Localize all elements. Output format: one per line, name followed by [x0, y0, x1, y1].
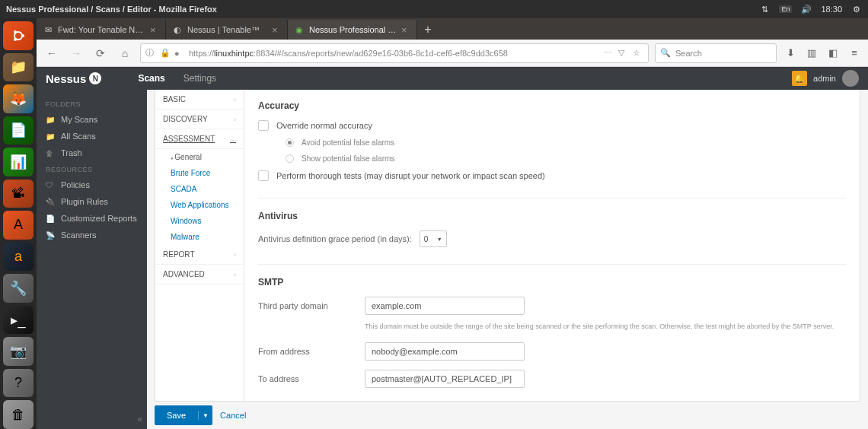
home-button[interactable]: ⌂ — [116, 44, 134, 62]
folder-icon: 📁 — [46, 132, 55, 141]
nessus-sidebar: FOLDERS 📁My Scans 📁All Scans 🗑Trash RESO… — [37, 90, 147, 429]
sidebar-all-scans[interactable]: 📁All Scans — [37, 128, 147, 145]
cancel-button[interactable]: Cancel — [220, 411, 246, 420]
close-icon[interactable]: × — [150, 24, 161, 36]
nav-basic[interactable]: BASIC› — [155, 90, 244, 110]
window-title: Nessus Professional / Scans / Editor - M… — [6, 5, 759, 14]
radio-show[interactable] — [286, 154, 294, 163]
radar-icon: 📡 — [46, 231, 55, 240]
tab-2[interactable]: ◐ Nessus | Tenable™ × — [166, 20, 288, 40]
row-override: Override normal accuracy — [258, 120, 846, 131]
nav-web-apps[interactable]: Web Applications — [155, 197, 244, 213]
new-tab-button[interactable]: + — [417, 20, 439, 40]
nav-scans[interactable]: Scans — [138, 73, 164, 84]
nav-settings[interactable]: Settings — [183, 73, 216, 84]
reader-icon[interactable]: ⋯ — [604, 48, 614, 58]
trash-icon[interactable]: 🗑 — [3, 400, 34, 429]
settings-icon[interactable]: 🔧 — [3, 274, 34, 303]
tab-3[interactable]: ◉ Nessus Professional / Sc × — [288, 20, 417, 40]
row-thorough: Perform thorough tests (may disrupt your… — [258, 170, 846, 181]
footer: Save ▼ Cancel — [147, 402, 868, 429]
section-smtp: SMTP Third party domain This domain must… — [258, 277, 846, 388]
chevron-right-icon: › — [234, 116, 236, 123]
nav-report[interactable]: REPORT› — [155, 245, 244, 265]
tab-bar: ✉ Fwd: Your Tenable Ness… × ◐ Nessus | T… — [37, 18, 868, 40]
sidebar-collapse-icon[interactable]: « — [137, 414, 142, 424]
pocket-icon[interactable]: ▽ — [618, 48, 629, 58]
reload-button[interactable]: ⟳ — [91, 44, 110, 62]
terminal-icon[interactable]: ▸_ — [3, 306, 34, 335]
bell-icon[interactable]: 🔔 — [792, 71, 807, 86]
divider — [258, 264, 846, 265]
from-input[interactable] — [365, 342, 525, 361]
screenshot-icon[interactable]: 📷 — [3, 337, 34, 366]
nav-advanced[interactable]: ADVANCED› — [155, 265, 244, 284]
avatar-icon[interactable] — [842, 70, 859, 87]
chevron-right-icon: › — [234, 271, 236, 278]
nav-assessment[interactable]: ASSESSMENT⌄ — [155, 129, 244, 149]
save-button[interactable]: Save ▼ — [155, 405, 212, 425]
tab-title: Nessus Professional / Sc — [309, 25, 397, 34]
network-icon[interactable]: ⇅ — [759, 4, 770, 14]
downloads-icon[interactable]: ⬇ — [783, 47, 798, 59]
sidebar-policies[interactable]: 🛡Policies — [37, 176, 147, 193]
sidebar-custom-reports[interactable]: 📄Customized Reports — [37, 210, 147, 227]
back-button[interactable]: ← — [43, 44, 61, 62]
keyboard-indicator[interactable]: En — [779, 5, 792, 13]
checkbox-override[interactable] — [258, 120, 269, 131]
radio-avoid[interactable] — [286, 138, 294, 147]
checkbox-thorough[interactable] — [258, 170, 269, 181]
username[interactable]: admin — [813, 74, 836, 83]
tab-1[interactable]: ✉ Fwd: Your Tenable Ness… × — [37, 20, 166, 40]
section-antivirus: Antivirus Antivirus definition grace per… — [258, 211, 846, 247]
amazon-icon[interactable]: a — [3, 243, 34, 272]
info-icon[interactable]: ⓘ — [145, 47, 156, 59]
row-avoid: Avoid potential false alarms — [286, 138, 846, 147]
row-grace: Antivirus definition grace period (in da… — [258, 230, 846, 247]
tab-title: Nessus | Tenable™ — [187, 25, 267, 34]
calc-icon[interactable]: 📊 — [3, 148, 34, 176]
bookmark-icon[interactable]: ☆ — [633, 48, 643, 58]
shield-icon: 🛡 — [46, 181, 55, 189]
nav-brute-force[interactable]: Brute Force — [155, 165, 244, 181]
row-domain: Third party domain — [258, 297, 846, 315]
nav-malware[interactable]: Malware — [155, 229, 244, 245]
close-icon[interactable]: × — [401, 24, 412, 36]
sidebar-icon[interactable]: ◧ — [825, 47, 841, 59]
sidebar-trash[interactable]: 🗑Trash — [37, 145, 147, 161]
close-icon[interactable]: × — [272, 24, 282, 36]
nav-discovery[interactable]: DISCOVERY› — [155, 110, 244, 129]
to-input[interactable] — [365, 370, 525, 388]
nav-scada[interactable]: SCADA — [155, 181, 244, 197]
library-icon[interactable]: ▥ — [804, 47, 819, 59]
ubuntu-dash-icon[interactable] — [3, 21, 34, 50]
writer-icon[interactable]: 📄 — [3, 116, 34, 145]
help-icon[interactable]: ? — [3, 369, 34, 398]
search-field[interactable]: 🔍 Search — [655, 43, 777, 63]
nessus-logo[interactable]: Nessus N — [46, 72, 101, 85]
impress-icon[interactable]: 📽 — [3, 180, 34, 208]
gear-icon[interactable]: ⚙ — [851, 4, 862, 14]
volume-icon[interactable]: 🔊 — [801, 4, 812, 14]
software-icon[interactable]: A — [3, 211, 34, 240]
accuracy-title: Accuracy — [258, 100, 846, 111]
forward-button[interactable]: → — [67, 44, 85, 62]
nav-windows[interactable]: Windows — [155, 213, 244, 229]
firefox-icon[interactable]: 🦊 — [3, 84, 34, 113]
smtp-title: SMTP — [258, 277, 846, 288]
row-show: Show potential false alarms — [286, 154, 846, 163]
sidebar-plugin-rules[interactable]: 🔌Plugin Rules — [37, 193, 147, 210]
sidebar-my-scans[interactable]: 📁My Scans — [37, 111, 147, 128]
url-field[interactable]: ⓘ 🔒 ● https://linuxhintpc:8834/#/scans/r… — [140, 43, 649, 63]
domain-input[interactable] — [365, 297, 525, 315]
clock[interactable]: 18:30 — [821, 5, 842, 14]
chevron-down-icon[interactable]: ▼ — [199, 412, 212, 419]
menu-icon[interactable]: ≡ — [847, 47, 862, 59]
files-icon[interactable]: 📁 — [3, 53, 34, 82]
grace-select[interactable]: 0 ▼ — [420, 230, 447, 247]
nav-general[interactable]: General — [155, 149, 244, 165]
main: BASIC› DISCOVERY› ASSESSMENT⌄ General Br… — [147, 90, 868, 402]
sidebar-scanners[interactable]: 📡Scanners — [37, 227, 147, 243]
row-to: To address — [258, 370, 846, 388]
url-text: https://linuxhintpc:8834/#/scans/reports… — [189, 49, 600, 58]
